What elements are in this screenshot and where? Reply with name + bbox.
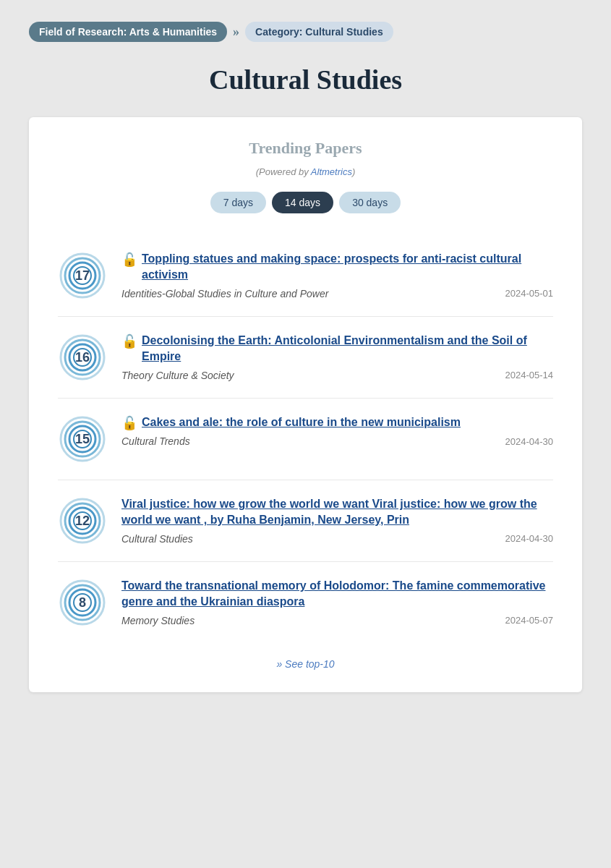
paper-item: 15 🔓 Cakes and ale: the role of culture …: [58, 399, 553, 480]
paper-header: 🔓 Toppling statues and making space: pro…: [121, 251, 553, 284]
paper-title[interactable]: Viral justice: how we grow the world we …: [121, 496, 553, 529]
paper-header: Viral justice: how we grow the world we …: [121, 496, 553, 529]
breadcrumb-category-prefix: Category:: [255, 26, 305, 38]
paper-content: 🔓 Cakes and ale: the role of culture in …: [121, 414, 553, 447]
paper-title[interactable]: Decolonising the Earth: Anticolonial Env…: [142, 333, 553, 365]
score-number: 17: [75, 268, 90, 284]
filter-30-days[interactable]: 30 days: [339, 192, 401, 213]
paper-item: 8 Toward the transnational memory of Hol…: [58, 562, 553, 643]
powered-by: (Powered by Altmetrics): [58, 166, 553, 177]
powered-by-suffix: ): [352, 166, 355, 177]
breadcrumb-category[interactable]: Category: Cultural Studies: [245, 22, 393, 42]
score-number: 12: [75, 514, 90, 529]
open-access-icon: 🔓: [121, 252, 137, 268]
score-circle: 17: [58, 251, 107, 300]
paper-content: Viral justice: how we grow the world we …: [121, 496, 553, 545]
paper-date: 2024-04-30: [505, 533, 554, 544]
score-number: 8: [79, 595, 86, 610]
altmetrics-link[interactable]: Altmetrics: [311, 166, 352, 177]
paper-item: 16 🔓 Decolonising the Earth: Anticolonia…: [58, 317, 553, 399]
paper-title[interactable]: Cakes and ale: the role of culture in th…: [142, 414, 461, 430]
score-circle: 16: [58, 333, 107, 382]
score-circle: 8: [58, 578, 107, 627]
paper-content: 🔓 Toppling statues and making space: pro…: [121, 251, 553, 299]
score-number: 15: [75, 432, 90, 447]
breadcrumb-field-value: Arts & Humanities: [129, 26, 217, 38]
paper-meta: Identities-Global Studies in Culture and…: [121, 288, 553, 299]
paper-content: 🔓 Decolonising the Earth: Anticolonial E…: [121, 333, 553, 381]
score-number: 16: [75, 350, 90, 365]
page-title: Cultural Studies: [29, 64, 582, 95]
paper-meta: Cultural Studies 2024-04-30: [121, 533, 553, 545]
paper-meta: Theory Culture & Society 2024-05-14: [121, 370, 553, 381]
paper-journal: Identities-Global Studies in Culture and…: [121, 288, 328, 299]
paper-date: 2024-04-30: [505, 436, 554, 447]
breadcrumb: Field of Research: Arts & Humanities » C…: [29, 22, 582, 42]
paper-list: 17 🔓 Toppling statues and making space: …: [58, 235, 553, 643]
paper-journal: Cultural Studies: [121, 533, 193, 545]
powered-by-text: (Powered by: [256, 166, 311, 177]
paper-item: 12 Viral justice: how we grow the world …: [58, 480, 553, 562]
paper-header: 🔓 Cakes and ale: the role of culture in …: [121, 414, 553, 431]
trending-papers-title: Trending Papers: [58, 139, 553, 158]
breadcrumb-category-value: Cultural Studies: [305, 26, 383, 38]
paper-title[interactable]: Toppling statues and making space: prosp…: [142, 251, 553, 284]
paper-journal: Theory Culture & Society: [121, 370, 234, 381]
paper-date: 2024-05-01: [505, 288, 554, 299]
paper-date: 2024-05-07: [505, 615, 554, 626]
open-access-icon: 🔓: [121, 333, 137, 349]
open-access-icon: 🔓: [121, 415, 137, 431]
paper-header: Toward the transnational memory of Holod…: [121, 578, 553, 610]
see-top-link[interactable]: » See top-10: [276, 658, 334, 670]
score-circle: 15: [58, 414, 107, 464]
paper-title[interactable]: Toward the transnational memory of Holod…: [121, 578, 553, 610]
filter-7-days[interactable]: 7 days: [210, 192, 266, 213]
breadcrumb-arrow: »: [233, 25, 239, 40]
paper-meta: Memory Studies 2024-05-07: [121, 615, 553, 626]
paper-header: 🔓 Decolonising the Earth: Anticolonial E…: [121, 333, 553, 365]
score-circle: 12: [58, 496, 107, 545]
filter-14-days[interactable]: 14 days: [272, 192, 333, 213]
main-card: Trending Papers (Powered by Altmetrics) …: [29, 117, 582, 692]
paper-journal: Cultural Trends: [121, 435, 190, 447]
paper-meta: Cultural Trends 2024-04-30: [121, 435, 553, 447]
breadcrumb-field[interactable]: Field of Research: Arts & Humanities: [29, 22, 227, 42]
paper-item: 17 🔓 Toppling statues and making space: …: [58, 235, 553, 317]
paper-content: Toward the transnational memory of Holod…: [121, 578, 553, 626]
breadcrumb-field-prefix: Field of Research:: [39, 26, 129, 38]
paper-journal: Memory Studies: [121, 615, 195, 626]
paper-date: 2024-05-14: [505, 370, 554, 380]
day-filters: 7 days 14 days 30 days: [58, 192, 553, 213]
see-top-section: » See top-10: [58, 658, 553, 671]
